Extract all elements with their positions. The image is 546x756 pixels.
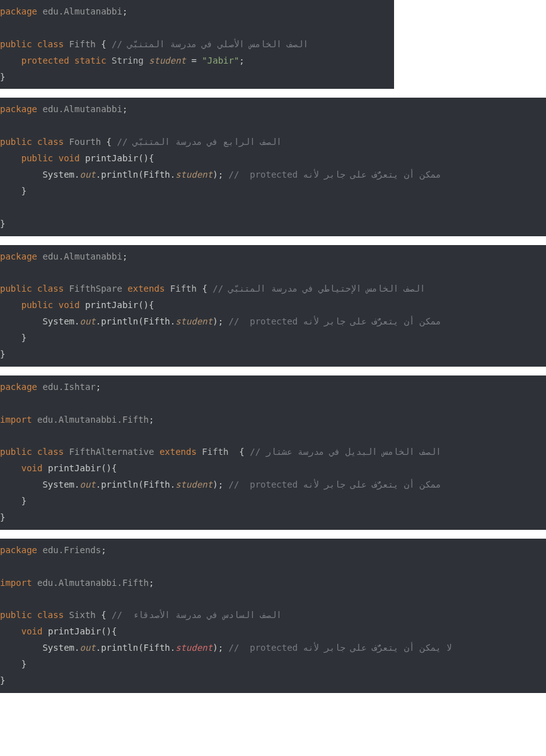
comment: // الصف السادس في مدرسة الأصدقاء (112, 610, 282, 620)
class-name: Fourth (69, 137, 102, 147)
code-block-fourth: package edu.Almutanabbi; public class Fo… (0, 98, 546, 236)
package-name: edu.Almutanabbi (42, 104, 122, 114)
class-name: FifthAlternative (69, 447, 154, 457)
modifiers: public void (21, 153, 80, 163)
comment: // الصف الخامس البديل في مدرسة عشتار (250, 447, 441, 457)
string-literal: "Jabir" (202, 55, 239, 66)
student-field-error: student (175, 643, 212, 653)
package-name: edu.Almutanabbi (42, 6, 122, 16)
method-name: printJabir (85, 300, 138, 310)
method-name: printJabir (48, 463, 101, 473)
super-class: Fifth (170, 284, 197, 294)
modifiers: protected static (21, 55, 107, 66)
comment: // protected ممكن أن يتعرُّف على جابر لأ… (229, 479, 441, 490)
code-block-fifthspare: package edu.Almutanabbi; public class Fi… (0, 245, 546, 367)
keyword: package (0, 251, 37, 261)
class-name: FifthSpare (69, 284, 122, 294)
code-block-sixth: package edu.Friends; import edu.Almutana… (0, 539, 546, 693)
comment: // الصف الخامس الإحتياطي في مدرسة المتنب… (212, 284, 425, 294)
comment: // الصف الخامس الأصلي في مدرسة المتنبّي (112, 39, 308, 49)
keyword: public class (0, 610, 64, 620)
extends-keyword: extends (127, 284, 165, 294)
comment: // الصف الرابع في مدرسة المتنبّي (117, 137, 281, 147)
method-name: printJabir (48, 626, 101, 636)
import-keyword: import (0, 578, 32, 588)
keyword: package (0, 382, 37, 392)
code-block-fifth: package edu.Almutanabbi; public class Fi… (0, 0, 394, 89)
modifiers: void (21, 626, 43, 636)
out-field: out (79, 643, 95, 653)
import-name: edu.Almutanabbi.Fifth (37, 578, 149, 588)
import-name: edu.Almutanabbi.Fifth (37, 415, 149, 425)
keyword: public class (0, 39, 64, 49)
comment: // protected لا يمكن أن يتعرُّف على جابر… (229, 643, 452, 653)
class-name: Fifth (69, 39, 96, 49)
student-field: student (175, 169, 212, 180)
modifiers: public void (21, 300, 80, 310)
keyword: package (0, 6, 37, 16)
student-field: student (175, 479, 212, 490)
out-field: out (79, 479, 95, 490)
out-field: out (79, 169, 95, 180)
keyword: package (0, 104, 37, 114)
comment: // protected ممكن أن يتعرُّف على جابر لأ… (229, 169, 441, 180)
out-field: out (79, 316, 95, 326)
package-name: edu.Ishtar (42, 382, 95, 392)
keyword: public class (0, 447, 64, 457)
super-class: Fifth (202, 447, 228, 457)
field-name: student (149, 55, 186, 66)
package-name: edu.Friends (42, 545, 101, 555)
code-block-fifthalternative: package edu.Ishtar; import edu.Almutanab… (0, 375, 546, 530)
comment: // protected ممكن أن يتعرُّف على جابر لأ… (229, 316, 441, 326)
keyword: public class (0, 284, 64, 294)
extends-keyword: extends (160, 447, 197, 457)
modifiers: void (21, 463, 43, 473)
student-field: student (175, 316, 212, 326)
keyword: public class (0, 137, 64, 147)
type: String (112, 55, 144, 66)
import-keyword: import (0, 415, 32, 425)
class-name: Sixth (69, 610, 96, 620)
keyword: package (0, 545, 37, 555)
package-name: edu.Almutanabbi (42, 251, 122, 261)
method-name: printJabir (85, 153, 138, 163)
